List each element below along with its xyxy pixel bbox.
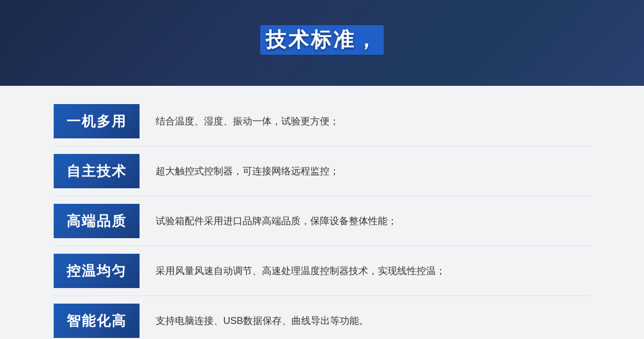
feature-label-1: 自主技术 xyxy=(54,154,140,188)
feature-desc-3: 采用风量风速自动调节、高速处理温度控制器技术，实现线性控温； xyxy=(140,264,590,278)
feature-desc-2: 试验箱配件采用进口品牌高端品质，保障设备整体性能； xyxy=(140,214,590,229)
feature-label-2: 高端品质 xyxy=(54,204,140,238)
feature-desc-4: 支持电脑连接、USB数据保存、曲线导出等功能。 xyxy=(140,314,590,328)
feature-label-0: 一机多用 xyxy=(54,104,140,138)
feature-row: 高端品质试验箱配件采用进口品牌高端品质，保障设备整体性能； xyxy=(54,196,590,246)
feature-label-3: 控温均匀 xyxy=(54,254,140,288)
feature-row: 智能化高支持电脑连接、USB数据保存、曲线导出等功能。 xyxy=(54,296,590,339)
hero-banner: 技术标准， xyxy=(0,0,644,86)
feature-desc-1: 超大触控式控制器，可连接网络远程监控； xyxy=(140,164,590,179)
hero-background xyxy=(0,0,644,86)
features-list: 一机多用结合温度、湿度、振动一体，试验更方便；自主技术超大触控式控制器，可连接网… xyxy=(54,97,590,339)
feature-desc-0: 结合温度、湿度、振动一体，试验更方便； xyxy=(140,114,590,129)
feature-label-4: 智能化高 xyxy=(54,304,140,338)
features-section: 一机多用结合温度、湿度、振动一体，试验更方便；自主技术超大触控式控制器，可连接网… xyxy=(0,86,644,339)
feature-row: 控温均匀采用风量风速自动调节、高速处理温度控制器技术，实现线性控温； xyxy=(54,246,590,296)
feature-row: 一机多用结合温度、湿度、振动一体，试验更方便； xyxy=(54,97,590,146)
feature-row: 自主技术超大触控式控制器，可连接网络远程监控； xyxy=(54,146,590,196)
